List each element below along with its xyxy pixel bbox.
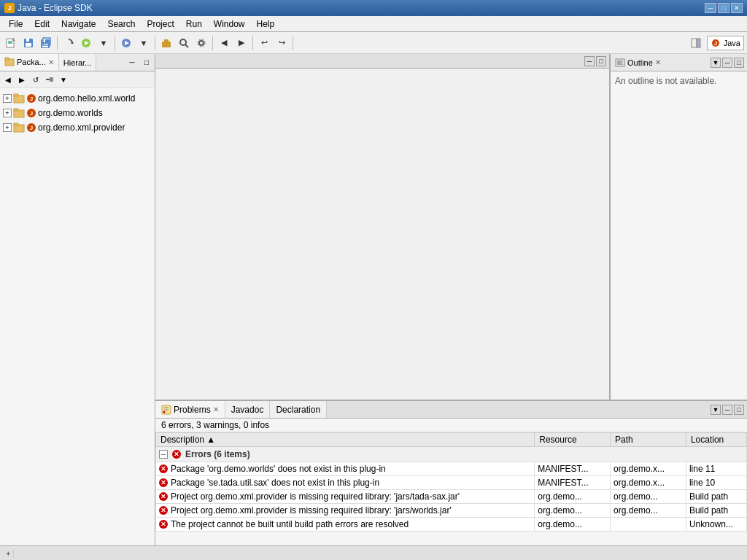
problems-minimize-button[interactable]: ─ <box>722 405 732 415</box>
outline-viewmenu-button[interactable]: ▼ <box>711 58 721 68</box>
main-container: Packa... ✕ Hierar... ─ □ ◀ ▶ ↺ ▼ + <box>0 54 747 545</box>
tab-outline-close[interactable]: ✕ <box>655 58 661 66</box>
error-group-cell: ─ ✕ Errors (6 items) <box>156 447 747 462</box>
toolbar: ▼ ▼ ◀ ▶ ↩ ↪ J Java <box>0 32 747 54</box>
outline-content: An outline is not available. <box>611 71 747 400</box>
perspective-open-button[interactable] <box>688 35 704 51</box>
error-group-header: ─ ✕ Errors (6 items) <box>156 447 747 462</box>
menu-window[interactable]: Window <box>208 18 251 31</box>
menu-run[interactable]: Run <box>180 18 208 31</box>
tree-item-hello[interactable]: + J org.demo.hello.xml.world <box>1 91 153 106</box>
editor-maximize-button[interactable]: □ <box>596 56 606 66</box>
error-resource-5: org.demo... <box>535 518 611 532</box>
error-location-1: line 11 <box>686 462 746 476</box>
tab-declaration[interactable]: Declaration <box>270 401 327 418</box>
collapse-all-button[interactable]: ◀ <box>1 73 15 86</box>
col-resource[interactable]: Resource <box>535 433 611 447</box>
editor-minimize-button[interactable]: ─ <box>584 56 595 66</box>
error-row-2[interactable]: ✕ Package 'se.tada.util.sax' does not ex… <box>156 476 747 490</box>
title-controls: ─ □ ✕ <box>705 3 743 13</box>
tab-package-explorer-label: Packa... <box>17 58 46 66</box>
error-desc-4: ✕ Project org.demo.xml.provider is missi… <box>156 504 535 518</box>
tree-item-worlds[interactable]: + J org.demo.worlds <box>1 106 153 120</box>
toolbar-back-button[interactable]: ◀ <box>216 35 232 51</box>
menu-file[interactable]: File <box>3 18 28 31</box>
error-group-label: Errors (6 items) <box>185 449 250 459</box>
error-icon-1: ✕ <box>159 464 168 473</box>
status-add-button[interactable]: + <box>3 549 14 558</box>
error-row-1[interactable]: ✕ Package 'org.demo.worlds' does not exi… <box>156 462 747 476</box>
refresh-panel-button[interactable]: ↺ <box>29 73 42 86</box>
tab-package-explorer[interactable]: Packa... ✕ <box>0 54 59 71</box>
minimize-button[interactable]: ─ <box>705 3 716 13</box>
svg-point-49 <box>163 411 166 413</box>
menu-navigate[interactable]: Navigate <box>55 18 101 31</box>
maximize-button[interactable]: □ <box>718 3 729 13</box>
view-menu-button[interactable]: ▼ <box>57 73 70 86</box>
toolbar-save-button[interactable] <box>20 35 36 51</box>
panel-minimize-button[interactable]: ─ <box>125 56 139 69</box>
center-right: ─ □ Outline ✕ ▼ ─ □ <box>155 54 747 545</box>
col-description[interactable]: Description ▲ <box>156 433 535 447</box>
tree-item-hello-label: org.demo.hello.xml.world <box>38 93 135 104</box>
toolbar-prev-edit-button[interactable]: ↩ <box>256 35 272 51</box>
tab-hierarchy-label: Hierar... <box>63 58 92 67</box>
toolbar-search-button[interactable] <box>176 35 192 51</box>
toolbar-save-all-button[interactable] <box>38 35 54 51</box>
error-row-3[interactable]: ✕ Project org.demo.xml.provider is missi… <box>156 490 747 504</box>
tree-expand-provider[interactable]: + <box>3 123 12 132</box>
toolbar-sep-1 <box>57 36 58 50</box>
error-icon-5: ✕ <box>159 520 168 529</box>
svg-rect-27 <box>5 58 9 60</box>
toolbar-new-button[interactable] <box>3 35 19 51</box>
toolbar-sep-5 <box>252 36 253 50</box>
toolbar-next-edit-button[interactable]: ↪ <box>274 35 290 51</box>
col-location[interactable]: Location <box>686 433 746 447</box>
toolbar-refresh-button[interactable] <box>61 35 77 51</box>
menu-project[interactable]: Project <box>141 18 179 31</box>
error-location-4: Build path <box>686 504 746 518</box>
tab-package-explorer-close[interactable]: ✕ <box>48 58 54 66</box>
tab-javadoc[interactable]: Javadoc <box>225 401 271 418</box>
menu-search[interactable]: Search <box>101 18 141 31</box>
tab-problems[interactable]: Problems ✕ <box>155 401 225 418</box>
tree-expand-worlds[interactable]: + <box>3 109 12 117</box>
error-row-5[interactable]: ✕ The project cannot be built until buil… <box>156 518 747 532</box>
toolbar-run-button[interactable] <box>78 35 94 51</box>
tab-hierarchy[interactable]: Hierar... <box>59 54 97 71</box>
title-bar-left: J Java - Eclipse SDK <box>4 3 93 13</box>
svg-text:J: J <box>30 96 33 102</box>
tab-problems-close[interactable]: ✕ <box>213 405 219 413</box>
error-path-3: org.demo... <box>611 490 686 504</box>
panel-maximize-button[interactable]: □ <box>140 56 153 69</box>
problems-maximize-button[interactable]: □ <box>734 405 744 415</box>
close-button[interactable]: ✕ <box>731 3 743 13</box>
error-desc-5: ✕ The project cannot be built until buil… <box>156 518 535 532</box>
toolbar-build-button[interactable] <box>158 35 174 51</box>
app-title: Java - Eclipse SDK <box>18 3 93 13</box>
toolbar-run-dropdown[interactable]: ▼ <box>96 35 112 51</box>
bottom-panel: Problems ✕ Javadoc Declaration ▼ ─ □ 6 e… <box>155 400 747 545</box>
outline-message: An outline is not available. <box>615 76 716 86</box>
toolbar-gear-button[interactable] <box>193 35 209 51</box>
java-perspective-button[interactable]: J Java <box>707 36 744 50</box>
toolbar-forward-button[interactable]: ▶ <box>233 35 249 51</box>
error-path-4: org.demo... <box>611 504 686 518</box>
problems-viewmenu-button[interactable]: ▼ <box>711 405 721 415</box>
toolbar-debug-dropdown[interactable]: ▼ <box>136 35 152 51</box>
toolbar-debug-button[interactable] <box>118 35 134 51</box>
error-group-expand[interactable]: ─ <box>159 450 168 459</box>
error-row-4[interactable]: ✕ Project org.demo.xml.provider is missi… <box>156 504 747 518</box>
outline-maximize-button[interactable]: □ <box>734 58 744 68</box>
outline-minimize-button[interactable]: ─ <box>722 58 732 68</box>
tree-item-provider[interactable]: + J org.demo.xml.provider <box>1 120 153 135</box>
tree-expand-hello[interactable]: + <box>3 94 12 103</box>
menu-edit[interactable]: Edit <box>28 18 55 31</box>
link-editor-button[interactable] <box>43 73 56 86</box>
tree-content: + J org.demo.hello.xml.world + J org.dem… <box>0 88 155 545</box>
forward-button[interactable]: ▶ <box>15 73 28 86</box>
outline-panel: Outline ✕ ▼ ─ □ An outline is not availa… <box>610 54 747 400</box>
col-path[interactable]: Path <box>611 433 686 447</box>
editor-tab-controls: ─ □ <box>584 56 606 66</box>
menu-help[interactable]: Help <box>251 18 281 31</box>
